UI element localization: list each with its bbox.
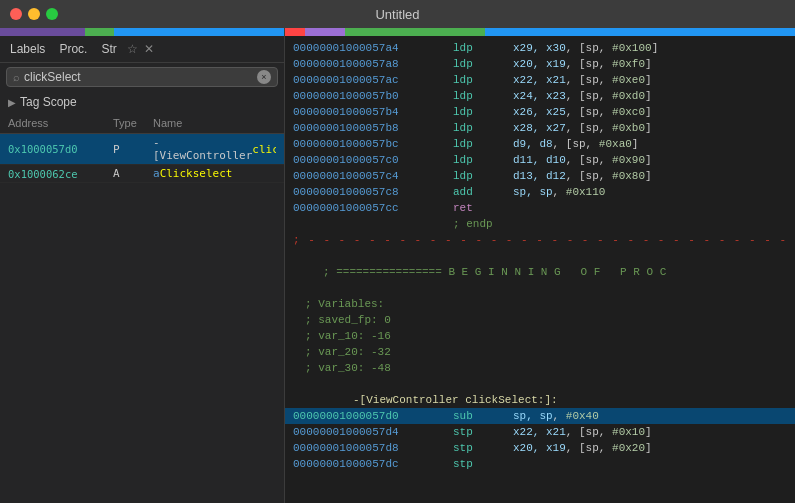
tag-scope-arrow-icon: ▶ [8, 97, 16, 108]
star-icon[interactable]: ☆ [127, 42, 138, 56]
title-bar: Untitled [0, 0, 795, 28]
search-row: ⌕ clickSelect × [0, 63, 284, 91]
code-line: 00000001000057cc ret [285, 200, 795, 216]
code-line: 00000001000057dc stp [285, 456, 795, 472]
tab-proc[interactable]: Proc. [55, 40, 91, 58]
code-line: 00000001000057ac ldp x22, x21, [sp, #0xe… [285, 72, 795, 88]
code-line-highlighted: 00000001000057d0 sub sp, sp, #0x40 [285, 408, 795, 424]
code-line: 00000001000057b0 ldp x24, x23, [sp, #0xd… [285, 88, 795, 104]
main-layout: Labels Proc. Str ☆ ✕ ⌕ clickSelect × ▶ T… [0, 28, 795, 503]
tabs-row: Labels Proc. Str ☆ ✕ [0, 36, 284, 63]
close-button[interactable] [10, 8, 22, 20]
row-type-2: A [113, 167, 153, 180]
code-blank [285, 280, 795, 296]
code-line: 00000001000057c4 ldp d13, d12, [sp, #0x8… [285, 168, 795, 184]
search-icon: ⌕ [13, 71, 20, 83]
color-bar-left [0, 28, 284, 36]
row-address-1: 0x1000057d0 [8, 136, 113, 162]
code-divider: ; - - - - - - - - - - - - - - - - - - - … [285, 232, 795, 248]
code-variables: ; Variables: [285, 296, 795, 312]
results-table: Address Type Name 0x1000057d0 P -[ViewCo… [0, 113, 284, 503]
row-address-2: 0x1000062ce [8, 167, 113, 180]
code-line: 00000001000057c0 ldp d11, d10, [sp, #0x9… [285, 152, 795, 168]
search-clear-button[interactable]: × [257, 70, 271, 84]
code-area[interactable]: 00000001000057a4 ldp x29, x30, [sp, #0x1… [285, 36, 795, 503]
code-var-20: ; var_20: -32 [285, 344, 795, 360]
header-address: Address [8, 115, 113, 131]
code-line: 00000001000057a4 ldp x29, x30, [sp, #0x1… [285, 40, 795, 56]
search-box[interactable]: ⌕ clickSelect × [6, 67, 278, 87]
header-type: Type [113, 115, 153, 131]
right-panel: 00000001000057a4 ldp x29, x30, [sp, #0x1… [285, 28, 795, 503]
code-line: 00000001000057bc ldp d9, d8, [sp, #0xa0] [285, 136, 795, 152]
table-header: Address Type Name [0, 113, 284, 134]
code-line: 00000001000057c8 add sp, sp, #0x110 [285, 184, 795, 200]
color-bar-right [285, 28, 795, 36]
window-title: Untitled [375, 7, 419, 22]
maximize-button[interactable] [46, 8, 58, 20]
table-row[interactable]: 0x1000057d0 P -[ViewController clickSe [0, 134, 284, 165]
code-var-10: ; var_10: -16 [285, 328, 795, 344]
code-blank [285, 376, 795, 392]
tab-labels[interactable]: Labels [6, 40, 49, 58]
tag-scope[interactable]: ▶ Tag Scope [0, 91, 284, 113]
tag-scope-label: Tag Scope [20, 95, 77, 109]
row-name-2: aClickselect [153, 167, 276, 180]
code-blank [285, 248, 795, 264]
close-icon[interactable]: ✕ [144, 42, 154, 56]
left-panel: Labels Proc. Str ☆ ✕ ⌕ clickSelect × ▶ T… [0, 28, 285, 503]
traffic-lights [10, 8, 58, 20]
code-var-30: ; var_30: -48 [285, 360, 795, 376]
code-var-fp: ; saved_fp: 0 [285, 312, 795, 328]
minimize-button[interactable] [28, 8, 40, 20]
search-value: clickSelect [24, 70, 81, 84]
code-line: 00000001000057d4 stp x22, x21, [sp, #0x1… [285, 424, 795, 440]
code-line: 00000001000057b4 ldp x26, x25, [sp, #0xc… [285, 104, 795, 120]
code-comment-endp: ; endp [285, 216, 795, 232]
tab-str[interactable]: Str [97, 40, 120, 58]
row-type-1: P [113, 136, 153, 162]
row-name-1: -[ViewController clickSe [153, 136, 276, 162]
code-function-label: -[ViewController clickSelect:]: [285, 392, 795, 408]
table-row[interactable]: 0x1000062ce A aClickselect [0, 165, 284, 183]
code-line: 00000001000057d8 stp x20, x19, [sp, #0x2… [285, 440, 795, 456]
code-line: 00000001000057b8 ldp x28, x27, [sp, #0xb… [285, 120, 795, 136]
header-name: Name [153, 115, 276, 131]
code-beginning: ; ================ B E G I N N I N G O F… [285, 264, 795, 280]
code-line: 00000001000057a8 ldp x20, x19, [sp, #0xf… [285, 56, 795, 72]
